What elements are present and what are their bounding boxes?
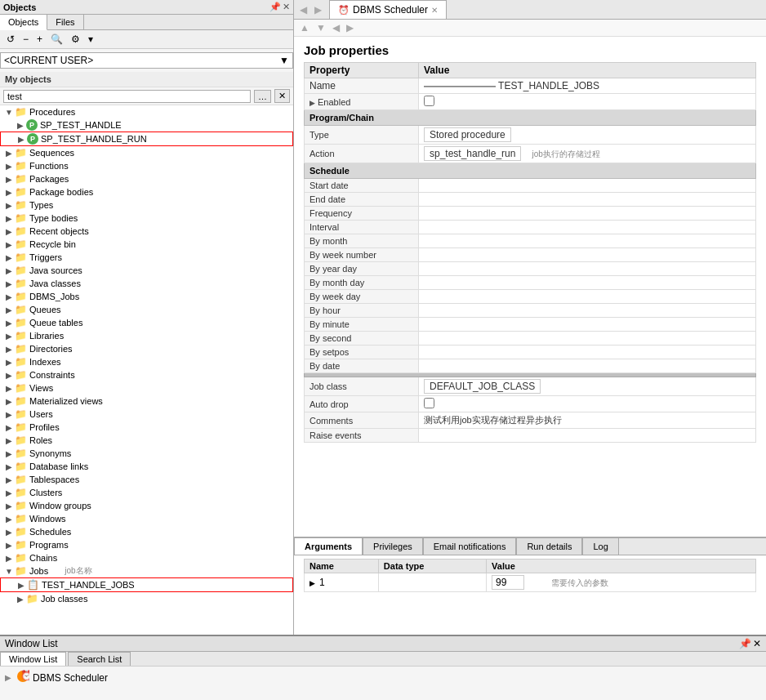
- pin-icon[interactable]: 📌: [269, 2, 281, 12]
- toggle-dbms-jobs[interactable]: ▶: [3, 292, 15, 301]
- tree-item-sp-test-handle-run[interactable]: ▶ P SP_TEST_HANDLE_RUN: [0, 132, 293, 146]
- tree-item-windows[interactable]: ▶📁Windows: [0, 512, 293, 525]
- by-hour-value[interactable]: [419, 304, 756, 318]
- toggle-java-classes[interactable]: ▶: [3, 279, 15, 288]
- nav-up-btn[interactable]: ▲: [297, 21, 312, 34]
- tab-window-list[interactable]: Window List: [0, 652, 66, 666]
- tree-item-packages[interactable]: ▶📁Packages: [0, 172, 293, 185]
- tree-item-clusters[interactable]: ▶📁Clusters: [0, 486, 293, 499]
- enabled-checkbox[interactable]: [424, 96, 434, 106]
- tree-item-triggers[interactable]: ▶📁Triggers: [0, 251, 293, 264]
- tree-item-java-sources[interactable]: ▶📁Java sources: [0, 264, 293, 277]
- tree-item-tablespaces[interactable]: ▶📁Tablespaces: [0, 473, 293, 486]
- more-btn[interactable]: ▾: [85, 32, 96, 47]
- tree-item-recent-objects[interactable]: ▶📁Recent objects: [0, 225, 293, 238]
- by-setpos-value[interactable]: [419, 346, 756, 359]
- auto-drop-checkbox[interactable]: [424, 398, 434, 408]
- toggle-window-groups[interactable]: ▶: [3, 502, 15, 511]
- toggle-sp-test-handle[interactable]: ▶: [15, 121, 26, 130]
- tree-item-dbms-jobs[interactable]: ▶📁DBMS_Jobs: [0, 290, 293, 303]
- tab-close-btn[interactable]: ✕: [431, 6, 438, 15]
- tree-item-sequences[interactable]: ▶📁Sequences: [0, 146, 293, 159]
- tree-item-materialized-views[interactable]: ▶📁Materialized views: [0, 395, 293, 408]
- nav-left-btn[interactable]: ◀: [330, 21, 342, 34]
- toggle-libraries[interactable]: ▶: [3, 332, 15, 341]
- expand-btn[interactable]: +: [33, 32, 46, 47]
- tree-item-package-bodies[interactable]: ▶📁Package bodies: [0, 185, 293, 198]
- enabled-value[interactable]: [419, 94, 756, 110]
- toggle-recent-objects[interactable]: ▶: [3, 227, 15, 236]
- toggle-views[interactable]: ▶: [3, 384, 15, 393]
- tree-item-users[interactable]: ▶📁Users: [0, 408, 293, 421]
- dbms-entry-label[interactable]: DBMS Scheduler: [33, 672, 108, 684]
- tree-item-test-handle-jobs[interactable]: ▶ 📋 TEST_HANDLE_JOBS: [0, 577, 293, 592]
- toggle-database-links[interactable]: ▶: [3, 462, 15, 471]
- job-class-value-input[interactable]: DEFAULT_JOB_CLASS: [424, 379, 541, 394]
- tree-item-job-classes[interactable]: ▶📁Job classes: [0, 592, 293, 605]
- settings-btn[interactable]: ⚙: [68, 32, 83, 47]
- tree-item-views[interactable]: ▶📁Views: [0, 381, 293, 395]
- frequency-value[interactable]: [419, 207, 756, 221]
- tree-item-jobs[interactable]: ▼ 📁 Jobs job名称: [0, 564, 293, 577]
- tree-item-constraints[interactable]: ▶📁Constraints: [0, 368, 293, 381]
- nav-right-btn[interactable]: ▶: [344, 21, 356, 34]
- tree-item-procedures[interactable]: ▼ 📁 Procedures: [0, 105, 293, 118]
- nav-down-btn[interactable]: ▼: [314, 21, 328, 34]
- toggle-constraints[interactable]: ▶: [3, 371, 15, 380]
- tree-item-libraries[interactable]: ▶📁Libraries: [0, 329, 293, 342]
- tab-search-list[interactable]: Search List: [68, 652, 131, 666]
- nav-back-btn[interactable]: ◀: [297, 3, 310, 16]
- comments-value[interactable]: 测试利用job实现存储过程异步执行: [419, 412, 756, 429]
- interval-value[interactable]: [419, 221, 756, 234]
- toggle-tablespaces[interactable]: ▶: [3, 475, 15, 484]
- by-month-value[interactable]: [419, 234, 756, 248]
- raise-events-value[interactable]: [419, 429, 756, 443]
- tab-email-notifications[interactable]: Email notifications: [423, 538, 517, 555]
- toggle-functions[interactable]: ▶: [3, 162, 15, 171]
- tree-item-window-groups[interactable]: ▶📁Window groups: [0, 499, 293, 512]
- toggle-indexes[interactable]: ▶: [3, 358, 15, 367]
- refresh-btn[interactable]: ↺: [3, 32, 18, 47]
- tab-files[interactable]: Files: [47, 15, 83, 29]
- tree-item-database-links[interactable]: ▶📁Database links: [0, 460, 293, 473]
- type-value-input[interactable]: Stored procedure: [424, 127, 511, 142]
- tree-item-types[interactable]: ▶📁Types: [0, 198, 293, 212]
- tree-item-functions[interactable]: ▶📁Functions: [0, 159, 293, 172]
- args-row-1-datatype[interactable]: [378, 573, 486, 592]
- toggle-directories[interactable]: ▶: [3, 345, 15, 354]
- toggle-synonyms[interactable]: ▶: [3, 449, 15, 458]
- pin-icon-bottom[interactable]: 📌: [739, 638, 751, 649]
- start-date-value[interactable]: [419, 179, 756, 193]
- toggle-job-classes[interactable]: ▶: [15, 595, 26, 604]
- toggle-sequences[interactable]: ▶: [3, 149, 15, 158]
- close-icon-bottom[interactable]: ✕: [753, 638, 761, 649]
- search-ellipsis-btn[interactable]: …: [254, 90, 271, 103]
- by-month-day-value[interactable]: [419, 276, 756, 290]
- by-minute-value[interactable]: [419, 318, 756, 332]
- toggle-java-sources[interactable]: ▶: [3, 266, 15, 275]
- toggle-sp-test-handle-run[interactable]: ▶: [16, 135, 27, 144]
- by-week-number-value[interactable]: [419, 248, 756, 262]
- toggle-recycle-bin[interactable]: ▶: [3, 240, 15, 249]
- tab-arguments[interactable]: Arguments: [294, 538, 363, 555]
- tab-run-details[interactable]: Run details: [516, 538, 582, 555]
- end-date-value[interactable]: [419, 193, 756, 207]
- nav-forward-btn[interactable]: ▶: [312, 3, 324, 16]
- toggle-type-bodies[interactable]: ▶: [3, 214, 15, 223]
- tree-item-schedules[interactable]: ▶📁Schedules: [0, 525, 293, 538]
- args-value-1-input[interactable]: 99: [492, 575, 524, 590]
- tree-item-sp-test-handle[interactable]: ▶ P SP_TEST_HANDLE: [0, 118, 293, 132]
- tree-item-indexes[interactable]: ▶📁Indexes: [0, 355, 293, 368]
- toggle-triggers[interactable]: ▶: [3, 253, 15, 262]
- toggle-package-bodies[interactable]: ▶: [3, 188, 15, 197]
- tree-item-type-bodies[interactable]: ▶📁Type bodies: [0, 212, 293, 225]
- search-input[interactable]: [3, 90, 251, 103]
- toggle-procedures[interactable]: ▼: [3, 108, 15, 117]
- filter-btn[interactable]: 🔍: [47, 32, 66, 47]
- tab-privileges[interactable]: Privileges: [363, 538, 423, 555]
- auto-drop-value[interactable]: [419, 396, 756, 412]
- toggle-materialized-views[interactable]: ▶: [3, 397, 15, 406]
- tree-item-programs[interactable]: ▶📁Programs: [0, 538, 293, 551]
- close-icon[interactable]: ✕: [283, 2, 290, 12]
- toggle-profiles[interactable]: ▶: [3, 423, 15, 432]
